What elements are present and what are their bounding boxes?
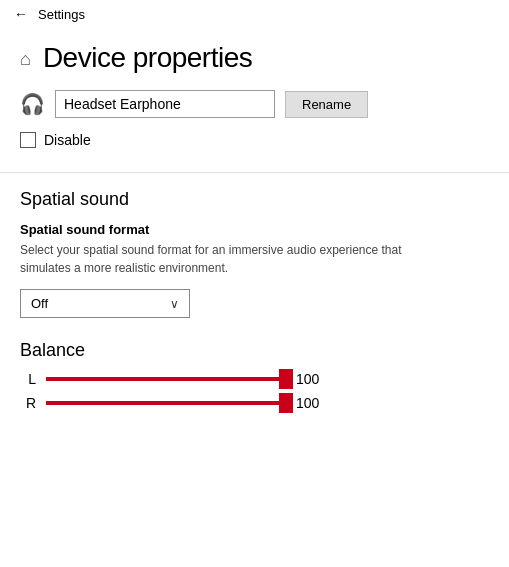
spatial-sound-title: Spatial sound: [20, 189, 489, 210]
balance-section: Balance L 100 R 100: [20, 340, 489, 411]
left-slider-track[interactable]: [46, 377, 286, 381]
disable-checkbox[interactable]: [20, 132, 36, 148]
page-title-area: ⌂ Device properties: [0, 28, 509, 84]
disable-row: Disable: [20, 132, 489, 148]
top-bar-title: Settings: [38, 7, 85, 22]
home-icon: ⌂: [20, 49, 31, 70]
right-slider-fill: [46, 401, 286, 405]
left-channel-label: L: [20, 371, 36, 387]
spatial-sound-sub-label: Spatial sound format: [20, 222, 489, 237]
headset-icon: 🎧: [20, 92, 45, 116]
spatial-sound-section: Spatial sound Spatial sound format Selec…: [20, 189, 489, 318]
right-slider-row: R 100: [20, 395, 489, 411]
spatial-sound-dropdown[interactable]: Off ∨: [20, 289, 190, 318]
right-slider-value: 100: [296, 395, 328, 411]
left-slider-fill: [46, 377, 286, 381]
right-slider-track[interactable]: [46, 401, 286, 405]
disable-label: Disable: [44, 132, 91, 148]
left-slider-value: 100: [296, 371, 328, 387]
balance-title: Balance: [20, 340, 489, 361]
left-slider-thumb[interactable]: [279, 369, 293, 389]
dropdown-value: Off: [31, 296, 48, 311]
device-name-row: 🎧 Rename: [20, 90, 489, 118]
divider: [0, 172, 509, 173]
top-bar: ← Settings: [0, 0, 509, 28]
rename-button[interactable]: Rename: [285, 91, 368, 118]
right-slider-thumb[interactable]: [279, 393, 293, 413]
spatial-sound-description: Select your spatial sound format for an …: [20, 241, 440, 277]
back-button[interactable]: ←: [14, 6, 28, 22]
device-name-input[interactable]: [55, 90, 275, 118]
page-title: Device properties: [43, 42, 252, 74]
right-channel-label: R: [20, 395, 36, 411]
left-slider-row: L 100: [20, 371, 489, 387]
content-area: 🎧 Rename Disable Spatial sound Spatial s…: [0, 84, 509, 439]
chevron-down-icon: ∨: [170, 297, 179, 311]
